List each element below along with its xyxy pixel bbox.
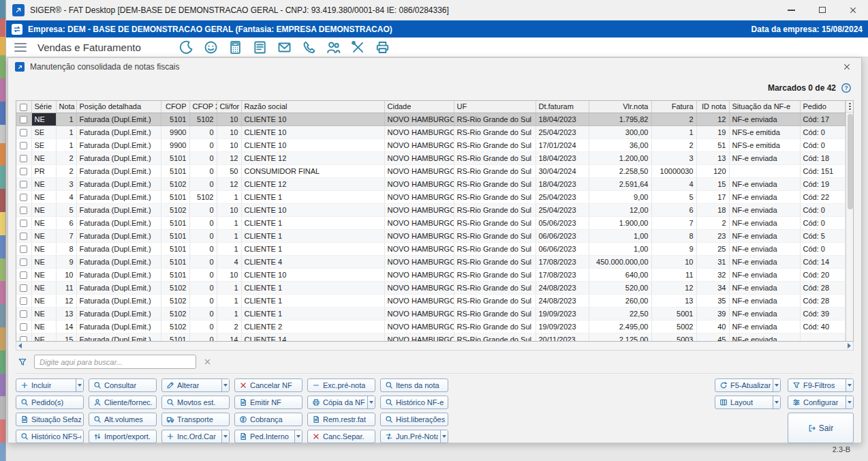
search-clear-icon[interactable] xyxy=(201,356,213,368)
split-dropdown-icon[interactable] xyxy=(440,430,448,443)
row-checkbox[interactable] xyxy=(16,281,31,294)
row-checkbox[interactable] xyxy=(16,294,31,307)
row-checkbox[interactable] xyxy=(16,320,31,333)
row-checkbox[interactable] xyxy=(16,177,31,190)
button-hist-liberacoes[interactable]: Hist.liberações xyxy=(380,413,448,426)
column-header-situacao-da-nf-e[interactable]: Situação da NF-e xyxy=(729,101,800,113)
button-exc-pre-nota[interactable]: Exc.pré-nota xyxy=(307,378,375,392)
select-all-checkbox[interactable] xyxy=(16,101,31,113)
close-button[interactable] xyxy=(837,0,868,20)
help-icon[interactable]: ? xyxy=(841,83,852,93)
table-row[interactable]: NE15Faturada (Dupl.Emit.)5101014CLIENTE … xyxy=(16,333,845,342)
table-row[interactable]: NE5Faturada (Dupl.Emit.)5102010CLIENTE 1… xyxy=(16,203,845,216)
search-filter-icon[interactable] xyxy=(16,355,29,369)
column-header-dt-faturam[interactable]: Dt.faturam xyxy=(536,101,589,113)
column-header-razao-social[interactable]: Razão social xyxy=(241,101,384,113)
button-import-export[interactable]: Import/export. xyxy=(89,430,157,443)
column-header-nota[interactable]: Nota xyxy=(56,101,76,113)
vertical-scrollbar[interactable] xyxy=(846,101,854,341)
button-cliente-fornec[interactable]: Cliente/fornec. xyxy=(89,396,157,409)
row-checkbox[interactable] xyxy=(16,164,31,177)
column-header-cidade[interactable]: Cidade xyxy=(384,101,454,113)
button-canc-separ[interactable]: Canc.Separ. xyxy=(307,430,375,443)
split-dropdown-icon[interactable] xyxy=(846,396,853,408)
split-dropdown-icon[interactable] xyxy=(221,430,229,443)
button-copia-da-nf[interactable]: Cópia da NF xyxy=(307,396,375,409)
row-checkbox[interactable] xyxy=(16,255,31,268)
button-rem-restr-fat[interactable]: Rem.restr.fat xyxy=(307,413,375,426)
button-alterar[interactable]: Alterar xyxy=(161,378,230,392)
button-layout[interactable]: Layout xyxy=(715,396,781,409)
table-row[interactable]: NE4Faturada (Dupl.Emit.)510151021CLIENTE… xyxy=(16,190,845,203)
phone-toolbar-icon[interactable] xyxy=(301,40,317,55)
row-checkbox[interactable] xyxy=(16,307,31,320)
split-dropdown-icon[interactable] xyxy=(294,430,302,443)
hamburger-menu-icon[interactable] xyxy=(14,43,27,52)
row-checkbox[interactable] xyxy=(16,333,31,342)
button-situacao-sefaz[interactable]: Situação Sefaz xyxy=(16,413,84,426)
button-historico-nf-e[interactable]: Histórico NF-e xyxy=(380,396,448,409)
row-checkbox[interactable] xyxy=(16,151,31,164)
vertical-scroll-track[interactable] xyxy=(846,113,854,341)
table-row[interactable]: NE6Faturada (Dupl.Emit.)510101CLIENTE 1N… xyxy=(16,216,845,229)
moon-toolbar-icon[interactable] xyxy=(179,40,194,55)
column-header-posicao-detalhada[interactable]: Posição detalhada xyxy=(76,101,161,113)
envelope-toolbar-icon[interactable] xyxy=(277,40,292,55)
row-checkbox[interactable] xyxy=(16,203,31,216)
button-sair[interactable]: Sair xyxy=(788,413,854,443)
split-dropdown-icon[interactable] xyxy=(773,379,780,391)
row-checkbox[interactable] xyxy=(16,216,31,229)
split-dropdown-icon[interactable] xyxy=(76,379,83,391)
column-header-id-nota[interactable]: ID nota xyxy=(696,101,729,113)
printer-toolbar-icon[interactable] xyxy=(375,40,390,55)
table-row[interactable]: NE11Faturada (Dupl.Emit.)510201CLIENTE 1… xyxy=(16,281,845,294)
column-header-pedido[interactable]: Pedido xyxy=(800,101,845,113)
scroll-left-icon[interactable] xyxy=(18,343,22,348)
button-consultar[interactable]: Consultar xyxy=(89,378,157,392)
button-cobranca[interactable]: Cobrança xyxy=(234,413,303,426)
column-header-uf[interactable]: UF xyxy=(454,101,536,113)
table-row[interactable]: NE3Faturada (Dupl.Emit.)5102012CLIENTE 1… xyxy=(16,177,845,190)
button-historico-nfs-e[interactable]: Histórico NFS-e xyxy=(16,430,84,443)
table-row[interactable]: SE1Faturada (Dupl.Emit.)9900010CLIENTE 1… xyxy=(16,138,845,151)
dialog-close-button[interactable] xyxy=(838,59,856,74)
table-row[interactable]: NE10Faturada (Dupl.Emit.)5101010CLIENTE … xyxy=(16,268,845,281)
tools-toolbar-icon[interactable] xyxy=(350,40,366,55)
split-dropdown-icon[interactable] xyxy=(773,396,780,408)
table-row[interactable]: SE1Faturada (Dupl.Emit.)9900010CLIENTE 1… xyxy=(16,125,845,138)
table-row[interactable]: NE13Faturada (Dupl.Emit.)510201CLIENTE 1… xyxy=(16,307,845,320)
table-row[interactable]: PR2Faturada (Dupl.Emit.)5101050CONSUMIDO… xyxy=(16,164,845,177)
scroll-right-icon[interactable] xyxy=(848,343,851,348)
form-toolbar-icon[interactable] xyxy=(252,40,268,55)
split-dropdown-icon[interactable] xyxy=(367,396,375,408)
button-transporte[interactable]: Transporte xyxy=(161,413,230,426)
company-switch-icon[interactable] xyxy=(12,24,22,35)
table-row[interactable]: NE8Faturada (Dupl.Emit.)510101CLIENTE 1N… xyxy=(16,242,845,255)
column-header-fatura[interactable]: Fatura xyxy=(651,101,696,113)
button-incluir[interactable]: Incluir xyxy=(16,378,84,392)
column-header-serie[interactable]: Série xyxy=(31,101,56,113)
minimize-button[interactable] xyxy=(776,0,807,20)
button-configurar[interactable]: Configurar xyxy=(788,396,854,409)
table-row[interactable]: NE9Faturada (Dupl.Emit.)510104CLIENTE 4N… xyxy=(16,255,845,268)
row-checkbox[interactable] xyxy=(16,190,31,203)
table-row[interactable]: NE7Faturada (Dupl.Emit.)510101CLIENTE 1N… xyxy=(16,229,845,242)
column-header-vlr-nota[interactable]: Vlr.nota xyxy=(589,101,651,113)
button-pedido-s[interactable]: Pedido(s) xyxy=(16,396,84,409)
button-movtos-est[interactable]: Movtos est. xyxy=(161,396,230,409)
column-header-cfop[interactable]: CFOP xyxy=(161,101,189,113)
calculator-toolbar-icon[interactable] xyxy=(228,40,243,55)
column-header-cfop-2[interactable]: CFOP 2 xyxy=(189,101,217,113)
button-jun-pre-nota[interactable]: Jun.Pré-Nota xyxy=(380,430,448,443)
column-options-icon[interactable] xyxy=(846,101,854,113)
horizontal-scrollbar[interactable] xyxy=(16,342,854,351)
row-checkbox[interactable] xyxy=(16,268,31,281)
button-itens-da-nota[interactable]: Itens da nota xyxy=(380,378,448,392)
column-header-cli-for[interactable]: Cli/for xyxy=(217,101,241,113)
button-inc-ord-car[interactable]: Inc.Ord.Car xyxy=(161,430,230,443)
maximize-button[interactable] xyxy=(807,0,837,20)
vertical-scroll-thumb[interactable] xyxy=(848,114,853,209)
row-checkbox[interactable] xyxy=(16,125,31,138)
row-checkbox[interactable] xyxy=(16,113,31,125)
search-input[interactable] xyxy=(34,355,196,369)
